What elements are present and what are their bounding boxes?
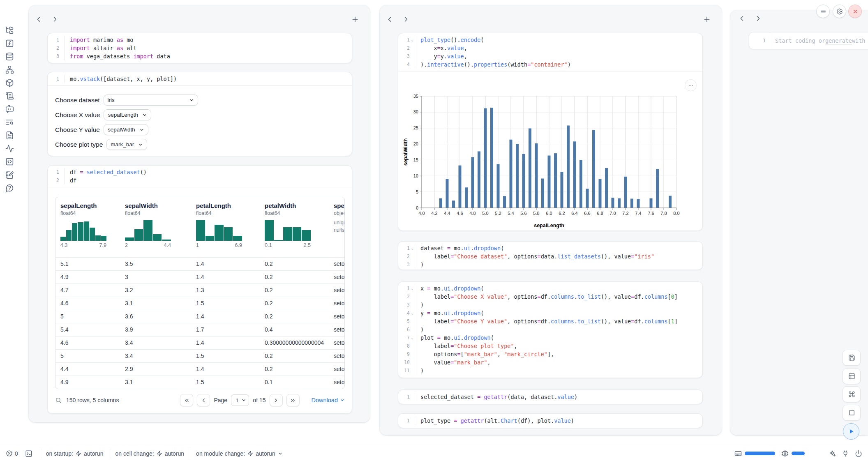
dropdown-select[interactable]: iris — [104, 95, 198, 106]
run-all-button[interactable] — [843, 423, 859, 440]
code-line[interactable]: 7⌄plot = mo.ui.dropdown( — [398, 334, 702, 342]
generate-link[interactable]: generate — [825, 37, 852, 44]
code-line[interactable]: 1⌄plot_type().encode( — [398, 36, 702, 44]
runtime-config-item[interactable]: on cell change:autorun — [115, 450, 184, 457]
frame-button[interactable] — [843, 405, 861, 421]
column-header[interactable]: petalWidthfloat640.12.5 — [260, 197, 329, 257]
dropdown-select[interactable]: mark_bar — [106, 139, 147, 150]
bot-icon[interactable] — [5, 105, 14, 113]
code-line[interactable]: 1⌄x = mo.ui.dropdown( — [398, 284, 702, 293]
code-line[interactable]: 3from vega_datasets import data — [48, 52, 352, 60]
code-editor[interactable]: 1plot_type = getattr(alt.Chart(df), plot… — [398, 414, 702, 428]
code-line[interactable]: 1import marimo as mo — [48, 36, 352, 44]
column-prev-icon[interactable] — [386, 15, 394, 23]
table-row[interactable]: 5.13.51.40.2setosa — [55, 257, 344, 270]
table-row[interactable]: 4.931.40.2setosa — [55, 270, 344, 284]
code-line[interactable]: 1⌄dataset = mo.ui.dropdown( — [398, 244, 702, 252]
code-line[interactable]: 9 options=["mark_bar", "mark_circle"], — [398, 350, 702, 358]
table-row[interactable]: 4.73.21.30.2setosa — [55, 284, 344, 297]
last-page-button[interactable] — [286, 394, 300, 406]
next-page-button[interactable] — [270, 394, 283, 406]
scroll-text-icon[interactable] — [5, 92, 14, 100]
table-row[interactable]: 4.42.91.40.2setosa — [55, 362, 344, 376]
layout-button[interactable] — [843, 368, 861, 384]
command-palette-button[interactable] — [843, 386, 861, 402]
column-header[interactable]: sepalLengthfloat644.37.9 — [55, 197, 120, 257]
code-line[interactable]: 8 label="Choose plot type", — [398, 342, 702, 350]
help-circle-icon[interactable] — [5, 184, 14, 192]
chart-actions-button[interactable] — [685, 79, 697, 91]
first-page-button[interactable] — [180, 394, 193, 406]
code-square-icon[interactable] — [5, 157, 14, 166]
code-line[interactable]: 2 label="Choose dataset", options=data.l… — [398, 252, 702, 260]
errors-icon[interactable] — [6, 450, 13, 457]
column-prev-icon[interactable] — [738, 14, 746, 23]
connection-icon[interactable] — [842, 450, 849, 457]
runtime-config-item[interactable]: on startup:autorun — [46, 450, 104, 457]
column-header[interactable]: sepalWidthfloat6424.4 — [120, 197, 191, 257]
bar-chart[interactable]: 4.04.24.44.64.85.05.25.45.65.86.06.26.46… — [398, 73, 702, 231]
code-line[interactable]: 1mo.vstack([dataset, x, y, plot]) — [48, 75, 352, 83]
function-square-icon[interactable] — [5, 39, 14, 48]
code-editor[interactable]: 1import marimo as mo2import altair as al… — [48, 33, 352, 63]
empty-cell[interactable]: 1 Start coding or generate with AI — [749, 32, 868, 49]
column-next-icon[interactable] — [402, 15, 410, 23]
terminal-icon[interactable] — [25, 450, 32, 457]
code-line[interactable]: 2 x=x.value, — [398, 44, 702, 52]
runtime-config-item[interactable]: on module change:autorun — [196, 450, 283, 457]
code-line[interactable]: 2 label="Choose X value", options=df.col… — [398, 293, 702, 301]
fold-icon[interactable]: ⌄ — [410, 334, 415, 342]
code-line[interactable]: 3 y=y.value, — [398, 52, 702, 60]
code-editor[interactable]: 1⌄dataset = mo.ui.dropdown(2 label="Choo… — [398, 242, 702, 271]
ai-assistant-icon[interactable] — [829, 450, 836, 457]
shutdown-button[interactable] — [848, 5, 862, 18]
code-editor[interactable]: 1df = selected_dataset()2df — [48, 166, 352, 187]
code-editor[interactable]: 1⌄plot_type().encode(2 x=x.value,3 y=y.v… — [398, 33, 702, 71]
file-text-icon[interactable] — [5, 131, 14, 140]
cpu-icon[interactable] — [781, 450, 789, 457]
add-cell-button[interactable] — [351, 15, 359, 23]
settings-button[interactable] — [833, 5, 846, 18]
network-icon[interactable] — [5, 65, 14, 74]
table-row[interactable]: 4.93.11.50.1setosa — [55, 376, 344, 389]
dropdown-select[interactable]: sepalLength — [104, 109, 151, 120]
dropdown-select[interactable]: sepalWidth — [104, 124, 148, 135]
code-editor[interactable]: 1mo.vstack([dataset, x, y, plot]) — [48, 72, 352, 85]
code-line[interactable]: 4⌄y = mo.ui.dropdown( — [398, 309, 702, 317]
notebook-menu-button[interactable] — [816, 5, 830, 18]
column-header[interactable]: petalLengthfloat6416.9 — [191, 197, 260, 257]
database-icon[interactable] — [5, 52, 14, 61]
code-editor[interactable]: 1⌄x = mo.ui.dropdown(2 label="Choose X v… — [398, 282, 702, 377]
table-row[interactable]: 4.63.41.40.30000000000000004setosa — [55, 336, 344, 349]
add-cell-button[interactable] — [703, 15, 711, 23]
notebook-pen-icon[interactable] — [5, 171, 14, 179]
fold-icon[interactable]: ⌄ — [410, 244, 415, 252]
package-icon[interactable] — [5, 78, 14, 87]
folder-tree-icon[interactable] — [5, 26, 14, 35]
table-row[interactable]: 53.41.50.2setosa — [55, 349, 344, 362]
column-next-icon[interactable] — [51, 15, 59, 23]
code-line[interactable]: 2df — [48, 176, 352, 184]
text-search-icon[interactable] — [5, 118, 14, 127]
code-line[interactable]: 1df = selected_dataset() — [48, 168, 352, 176]
search-icon[interactable] — [55, 397, 62, 403]
column-prev-icon[interactable] — [35, 15, 43, 23]
code-line[interactable]: 10 value="mark_bar", — [398, 358, 702, 366]
code-line[interactable]: 2import altair as alt — [48, 44, 352, 52]
column-header[interactable]: speciesobjectunique:nulls: — [329, 197, 345, 257]
activity-icon[interactable] — [5, 144, 14, 153]
code-line[interactable]: 1plot_type = getattr(alt.Chart(df), plot… — [398, 417, 702, 425]
table-row[interactable]: 53.61.40.2setosa — [55, 310, 344, 323]
code-editor[interactable]: 1selected_dataset = getattr(data, datase… — [398, 390, 702, 404]
page-select[interactable]: 1 — [231, 394, 249, 406]
prev-page-button[interactable] — [197, 394, 210, 406]
column-next-icon[interactable] — [754, 14, 762, 23]
fold-icon[interactable]: ⌄ — [410, 284, 415, 293]
download-button[interactable]: Download — [312, 397, 345, 403]
code-line[interactable]: 5 label="Choose Y value", options=df.col… — [398, 317, 702, 325]
code-line[interactable]: 6) — [398, 325, 702, 334]
memory-icon[interactable] — [734, 450, 742, 457]
code-line[interactable]: 4).interactive().properties(width="conta… — [398, 60, 702, 69]
fold-icon[interactable]: ⌄ — [410, 309, 415, 317]
table-row[interactable]: 5.43.91.70.4setosa — [55, 323, 344, 336]
